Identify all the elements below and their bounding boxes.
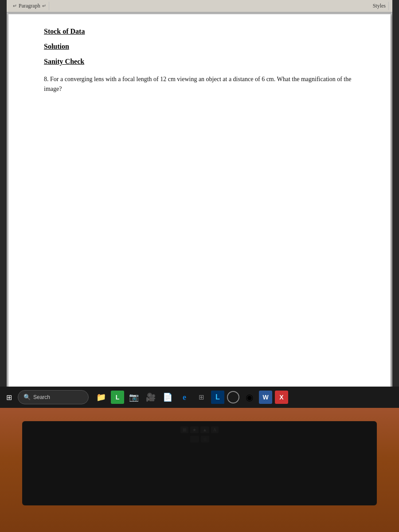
taskbar-grid-icon[interactable]: ⊞ [194, 390, 208, 404]
taskbar-l-icon[interactable]: L [111, 391, 124, 404]
taskbar-camera-icon[interactable]: 📷 [127, 390, 141, 404]
taskbar-chrome-icon[interactable]: ◉ [242, 390, 256, 404]
search-input-label: Search [33, 394, 50, 400]
taskbar-edge-icon[interactable]: e [177, 390, 192, 404]
document-area: Stock of Data Solution Sanity Check 8. F… [7, 12, 392, 398]
heading-solution: Solution [44, 43, 364, 51]
paragraph-label: Paragraph [19, 3, 40, 9]
taskbar-icons: 📁 L 📷 🎥 📄 e ⊞ L ◉ W X [94, 390, 288, 404]
taskbar-folder-icon[interactable]: 📁 [94, 390, 108, 404]
document-page[interactable]: Stock of Data Solution Sanity Check 8. F… [8, 14, 391, 396]
styles-label: Styles [373, 3, 386, 9]
laptop-bottom: ⊞ ★ ▲ A ☆ [0, 408, 399, 532]
windows-icon: ⊞ [6, 393, 12, 402]
heading-sanity-check: Sanity Check [44, 58, 364, 66]
ribbon: ↵ Paragraph ↵ Styles [7, 0, 392, 12]
paragraph-arrow-left: ↵ [13, 3, 17, 9]
screen-area: ↵ Paragraph ↵ Styles Stock of Data Solut… [0, 0, 399, 408]
heading-stock-of-data: Stock of Data [44, 27, 364, 35]
taskbar: ⊞ 🔍 Search 📁 L 📷 🎥 📄 e ⊞ L ◉ W X [0, 387, 399, 408]
taskbar-l-blue-icon[interactable]: L [211, 391, 224, 404]
taskbar-file-icon[interactable]: 📄 [160, 390, 175, 404]
taskbar-circle-icon[interactable] [227, 391, 239, 403]
taskbar-word-icon[interactable]: W [259, 391, 272, 404]
ribbon-group-styles: Styles [370, 2, 389, 10]
ribbon-group-paragraph: ↵ Paragraph ↵ [10, 2, 49, 10]
word-window: ↵ Paragraph ↵ Styles Stock of Data Solut… [7, 0, 392, 408]
taskbar-x-icon[interactable]: X [275, 391, 288, 404]
keyboard-area: ⊞ ★ ▲ A ☆ [22, 421, 377, 505]
windows-button[interactable]: ⊞ [2, 390, 16, 404]
paragraph-arrow-right: ↵ [42, 3, 46, 9]
search-magnifier-icon: 🔍 [23, 394, 31, 401]
taskbar-video-icon[interactable]: 🎥 [144, 390, 158, 404]
question-8-text: 8. For a converging lens with a focal le… [44, 74, 364, 94]
taskbar-search[interactable]: 🔍 Search [18, 390, 89, 404]
